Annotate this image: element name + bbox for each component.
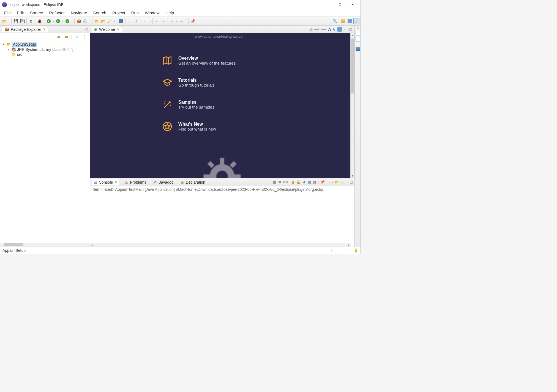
console-remove-all-button[interactable]: ⨯⨯ bbox=[283, 180, 288, 184]
back-history-dropdown[interactable]: ▾ bbox=[176, 20, 178, 22]
console-terminate-button[interactable] bbox=[272, 180, 277, 184]
collapse-all-button[interactable]: ⇄ bbox=[56, 34, 62, 40]
forward-annotation-button[interactable]: ⇨ bbox=[160, 18, 166, 24]
view-menu-button[interactable]: ⋮ bbox=[81, 34, 88, 40]
new-package-button[interactable]: 📦 bbox=[76, 18, 82, 24]
package-explorer-close-icon[interactable]: ✕ bbox=[43, 27, 46, 31]
run-last-dropdown[interactable]: ▾ bbox=[71, 20, 73, 22]
menu-navigate[interactable]: Navigate bbox=[68, 9, 90, 16]
console-open-button[interactable]: 📂 bbox=[335, 180, 339, 184]
pin-button[interactable]: 📌 bbox=[190, 18, 196, 24]
console-scroll-lock-button[interactable]: 🔒 bbox=[296, 180, 301, 184]
outline-view-button[interactable] bbox=[356, 31, 360, 35]
minimap-view-button[interactable] bbox=[356, 47, 360, 51]
package-explorer-tree[interactable]: ▾ 📂 AppiumSetup ▸ 📚 JRE System Library [… bbox=[0, 40, 90, 243]
tree-library-row[interactable]: ▸ 📚 JRE System Library [JavaSE-17] bbox=[2, 47, 88, 52]
welcome-tab[interactable]: ◉ Welcome ✕ bbox=[92, 26, 122, 32]
search-dropdown[interactable]: ▾ bbox=[113, 20, 116, 22]
close-button[interactable]: ✕ bbox=[346, 0, 359, 9]
java-ee-perspective-button[interactable] bbox=[347, 18, 353, 24]
nav-back-icon[interactable] bbox=[314, 27, 320, 31]
scrollbar-thumb[interactable] bbox=[351, 38, 354, 93]
skip-button[interactable]: ⤴ bbox=[133, 18, 139, 24]
twisty-open-icon[interactable]: ▾ bbox=[2, 43, 5, 46]
open-type-button[interactable]: 📂 bbox=[94, 18, 100, 24]
skip-dropdown[interactable]: ▾ bbox=[140, 20, 142, 22]
link-editor-button[interactable]: ⇆ bbox=[64, 34, 70, 40]
task-list-view-button[interactable] bbox=[356, 37, 360, 42]
tree-src-row[interactable]: 📁 src bbox=[2, 52, 88, 57]
editor-minimize-button[interactable]: ▭ bbox=[344, 27, 348, 31]
editor-layout-button[interactable] bbox=[337, 26, 343, 32]
java-perspective-button[interactable]: J bbox=[353, 18, 359, 24]
editor-vscroll[interactable]: ▴ ▾ bbox=[350, 33, 354, 178]
console-tab[interactable]: ▤ Console ✕ bbox=[92, 179, 119, 185]
filters-button[interactable]: ⚙ bbox=[74, 34, 80, 40]
welcome-item-overview[interactable]: Overview Get an overview of the features bbox=[162, 56, 278, 65]
toggle-mark-button[interactable] bbox=[118, 18, 124, 24]
tree-project-row[interactable]: ▾ 📂 AppiumSetup bbox=[2, 42, 88, 47]
welcome-item-samples[interactable]: Samples Try out the samples bbox=[162, 100, 278, 109]
menu-refactor[interactable]: Refactor bbox=[47, 9, 68, 16]
declaration-tab[interactable]: ▣ Declaration bbox=[179, 179, 207, 185]
run-last-button[interactable] bbox=[64, 18, 70, 24]
search-button[interactable]: 🖍 bbox=[107, 18, 113, 24]
back-history-button[interactable]: ⇐ bbox=[169, 18, 175, 24]
console-remove-button[interactable]: ✖ bbox=[278, 180, 282, 184]
debug-dropdown[interactable]: ▾ bbox=[43, 20, 45, 22]
console-show-err-button[interactable]: ▦ bbox=[313, 180, 317, 184]
welcome-close-icon[interactable]: ✕ bbox=[117, 27, 119, 31]
menu-project[interactable]: Project bbox=[110, 9, 128, 16]
twisty-closed-icon[interactable]: ▸ bbox=[7, 48, 10, 51]
problems-tab[interactable]: ⚠ Problems bbox=[123, 179, 148, 185]
save-button[interactable]: 💾 bbox=[13, 18, 19, 24]
terminate-button[interactable]: ⬚ bbox=[143, 18, 149, 24]
console-show-output-button[interactable]: ▦ bbox=[307, 180, 312, 184]
welcome-item-tutorials[interactable]: Tutorials Go through tutorials bbox=[162, 78, 278, 87]
view-maximize-button[interactable]: ◻ bbox=[86, 27, 89, 31]
new-dropdown[interactable]: ▾ bbox=[8, 20, 10, 22]
coverage-button[interactable] bbox=[55, 18, 61, 24]
run-button[interactable] bbox=[46, 18, 52, 24]
forward-history-button[interactable]: ⇒ bbox=[178, 18, 184, 24]
breakpoint-button[interactable]: 🗎 bbox=[28, 18, 34, 24]
open-task-button[interactable]: 📂 bbox=[100, 18, 106, 24]
quick-access-button[interactable] bbox=[332, 18, 338, 24]
terminate-dropdown[interactable]: ▾ bbox=[149, 20, 151, 22]
scroll-down-button[interactable]: ▾ bbox=[352, 174, 353, 178]
new-class-button[interactable]: Ⓒ bbox=[82, 18, 88, 24]
tip-icon[interactable]: 💡 bbox=[354, 248, 358, 253]
scroll-left-button[interactable]: ◂ bbox=[91, 243, 93, 246]
restore-icon[interactable]: ▭ bbox=[356, 27, 359, 29]
view-minimize-button[interactable]: ▭ bbox=[82, 27, 85, 31]
font-increase-icon[interactable] bbox=[328, 27, 331, 32]
open-perspective-button[interactable] bbox=[340, 18, 346, 24]
bottom-maximize-button[interactable]: ◻ bbox=[350, 180, 353, 184]
console-hscroll[interactable]: ◂ ▸ bbox=[90, 243, 351, 247]
editor-maximize-button[interactable]: ◻ bbox=[349, 27, 352, 31]
scroll-right-button[interactable]: ▸ bbox=[348, 243, 350, 246]
step-button[interactable]: ⤵ bbox=[127, 18, 133, 24]
console-display-dropdown[interactable]: ▾ bbox=[331, 181, 334, 183]
back-annotation-button[interactable]: ⇦ bbox=[154, 18, 160, 24]
forward-history-dropdown[interactable]: ▾ bbox=[185, 20, 187, 22]
minimize-button[interactable]: ─ bbox=[321, 0, 334, 9]
console-open-dropdown[interactable]: ▾ bbox=[340, 181, 342, 183]
new-class-dropdown[interactable]: ▾ bbox=[89, 20, 91, 22]
bottom-minimize-button[interactable]: ▭ bbox=[345, 180, 349, 184]
menu-file[interactable]: File bbox=[1, 9, 13, 16]
font-decrease-icon[interactable] bbox=[333, 27, 335, 31]
menu-edit[interactable]: Edit bbox=[14, 9, 27, 16]
run-dropdown[interactable]: ▾ bbox=[52, 20, 54, 22]
console-word-wrap-button[interactable]: ↲ bbox=[302, 180, 306, 184]
scroll-up-button[interactable]: ▴ bbox=[352, 33, 353, 37]
coverage-dropdown[interactable]: ▾ bbox=[62, 20, 64, 22]
debug-button[interactable]: 🐞 bbox=[36, 18, 42, 24]
console-pin-button[interactable]: 📌 bbox=[320, 180, 325, 184]
welcome-item-whatsnew[interactable]: What's New Find out what is new bbox=[162, 122, 278, 131]
menu-help[interactable]: Help bbox=[163, 9, 177, 16]
new-button[interactable]: 📂 bbox=[1, 18, 7, 24]
package-explorer-tab[interactable]: 📦 Package Explorer ✕ bbox=[2, 26, 48, 32]
console-close-icon[interactable]: ✕ bbox=[114, 180, 117, 184]
package-explorer-hscroll[interactable] bbox=[0, 243, 90, 247]
